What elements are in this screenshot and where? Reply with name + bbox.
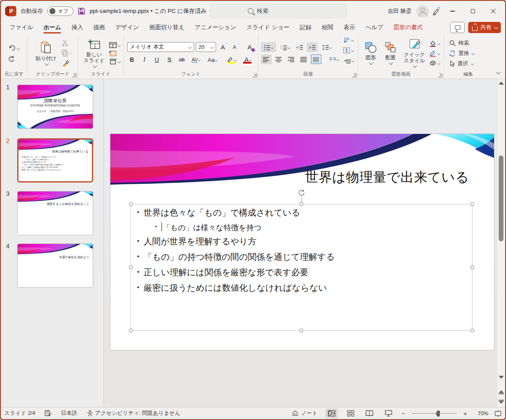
zoom-slider-handle[interactable] [437, 411, 440, 417]
section-button[interactable] [109, 58, 121, 64]
replace-button[interactable]: bc 置換 [449, 50, 475, 57]
slide-title[interactable]: 世界は物理量で出来ている [305, 168, 469, 186]
numbering-button[interactable]: 12 [278, 43, 293, 52]
reset-slide-icon[interactable] [109, 50, 116, 56]
distribute-button[interactable] [311, 55, 321, 64]
find-button[interactable]: 検索 [449, 40, 469, 47]
redo-icon[interactable] [8, 55, 15, 62]
align-text-button[interactable] [343, 47, 354, 54]
slide-thumbnail-2[interactable]: 世界は物理量で出来ている 世界は色々な「もの」で構成されている 「もの」は様々な… [17, 138, 93, 183]
shape-effects-button[interactable] [429, 60, 440, 66]
resize-handle-ne[interactable] [470, 202, 474, 206]
tab-review[interactable]: 校閲 [317, 21, 338, 34]
drawing-dialog-launcher[interactable] [438, 73, 442, 77]
tab-animations[interactable]: アニメーション [189, 21, 241, 34]
slide-thumbnail-3[interactable]: 測定するとは単位を決めること [17, 191, 93, 235]
accessibility-status[interactable]: アクセシビリティ: 問題ありません [87, 410, 180, 417]
new-slide-button[interactable]: 新しい スライド [81, 37, 107, 70]
font-name-select[interactable]: メイリオ 本文 [127, 42, 194, 52]
shape-fill-button[interactable] [429, 40, 440, 47]
quick-styles-button[interactable]: クイック スタイル [401, 37, 427, 70]
tab-help[interactable]: ヘルプ [360, 21, 388, 34]
body-text[interactable]: •世界は色々な「もの」で構成されている •「もの」は様々な特徴を持つ •人間が世… [137, 207, 468, 298]
bold-button[interactable]: B [127, 55, 137, 64]
underline-button[interactable]: U [152, 55, 162, 64]
font-size-select[interactable]: 20 [196, 42, 216, 52]
paste-button[interactable]: 貼り付け [33, 40, 59, 67]
scroll-down-icon[interactable] [499, 376, 504, 379]
clipboard-dialog-launcher[interactable] [72, 73, 76, 77]
spellcheck-button[interactable] [45, 410, 52, 417]
scrollbar-thumb[interactable] [499, 155, 503, 241]
text-shadow-button[interactable]: S [165, 55, 174, 64]
align-right-button[interactable] [286, 55, 296, 64]
next-slide-button[interactable] [499, 400, 504, 404]
cut-icon[interactable] [61, 40, 69, 46]
columns-button[interactable] [327, 55, 341, 64]
fit-to-window-icon[interactable] [494, 410, 502, 417]
select-button[interactable]: 選択 [449, 60, 474, 67]
avatar[interactable] [417, 5, 429, 17]
normal-view-button[interactable] [325, 408, 338, 419]
font-dialog-launcher[interactable] [253, 73, 257, 77]
align-center-button[interactable] [274, 55, 284, 64]
previous-slide-button[interactable] [499, 390, 504, 394]
arrange-button[interactable]: 配置 [381, 40, 399, 67]
copy-button[interactable] [61, 49, 72, 57]
notes-button[interactable]: ノート [291, 410, 317, 417]
strikethrough-button[interactable]: ab [177, 55, 186, 64]
search-input[interactable]: 検索 [210, 4, 347, 18]
share-button[interactable]: 共有 [468, 22, 501, 33]
tab-home[interactable]: ホーム [38, 21, 66, 34]
tab-slideshow[interactable]: スライド ショー [241, 21, 295, 34]
format-painter-icon[interactable] [61, 60, 69, 67]
tab-insert[interactable]: 挿入 [66, 21, 88, 34]
reading-view-button[interactable] [363, 408, 376, 419]
resize-handle-sw[interactable] [129, 329, 133, 332]
scroll-up-icon[interactable] [499, 82, 504, 85]
character-spacing-button[interactable]: AV [189, 55, 203, 64]
layout-button[interactable] [109, 42, 121, 48]
slide-indicator[interactable]: スライド 2/4 [4, 410, 35, 417]
zoom-out-button[interactable]: − [401, 410, 406, 417]
content-placeholder-selection[interactable]: •世界は色々な「もの」で構成されている •「もの」は様々な特徴を持つ •人間が世… [131, 204, 472, 331]
highlight-color-button[interactable] [225, 55, 238, 64]
tab-view[interactable]: 表示 [338, 21, 360, 34]
language-indicator[interactable]: 日本語 [61, 410, 77, 417]
save-icon[interactable] [78, 7, 85, 15]
clear-formatting-button[interactable]: A [245, 43, 255, 52]
close-button[interactable] [485, 3, 503, 19]
slideshow-view-button[interactable] [382, 408, 395, 419]
tab-transitions[interactable]: 画面切り替え [144, 21, 190, 34]
convert-smartart-button[interactable] [343, 58, 354, 64]
shrink-font-button[interactable]: Aˇ [229, 43, 239, 52]
zoom-slider[interactable] [412, 413, 457, 414]
paragraph-dialog-launcher[interactable] [352, 73, 357, 77]
resize-handle-nw[interactable] [129, 202, 133, 206]
vertical-scrollbar[interactable] [497, 79, 505, 407]
zoom-level[interactable]: 70% [474, 411, 488, 417]
resize-handle-w[interactable] [129, 265, 133, 269]
line-spacing-button[interactable] [320, 43, 334, 52]
zoom-in-button[interactable]: + [463, 410, 468, 417]
tab-design[interactable]: デザイン [110, 21, 144, 34]
align-left-button[interactable] [261, 55, 271, 64]
slide-thumbnail-4[interactable]: 共通の単位を決めよう [17, 243, 93, 288]
grow-font-button[interactable]: Aˆ [218, 43, 228, 52]
shape-outline-button[interactable] [429, 50, 440, 57]
text-direction-button[interactable]: A [343, 37, 354, 43]
collapse-ribbon-icon[interactable] [496, 70, 500, 74]
decrease-indent-button[interactable] [295, 43, 305, 52]
resize-handle-e[interactable] [470, 265, 474, 269]
autosave-toggle[interactable]: オフ [47, 6, 73, 16]
increase-indent-button[interactable] [307, 43, 317, 52]
comments-button[interactable] [450, 22, 465, 33]
justify-button[interactable] [299, 55, 309, 64]
tab-record[interactable]: 記録 [295, 21, 317, 34]
tab-draw[interactable]: 描画 [88, 21, 110, 34]
resize-handle-n[interactable] [299, 202, 303, 206]
bullets-button[interactable] [261, 43, 276, 52]
change-case-button[interactable]: Aa [206, 55, 219, 64]
slide-thumbnail-1[interactable]: 国際単位系 SYSTÈME INTERNATIONAL D'UNITÉS 北里大… [17, 85, 93, 129]
undo-button[interactable] [8, 45, 20, 52]
